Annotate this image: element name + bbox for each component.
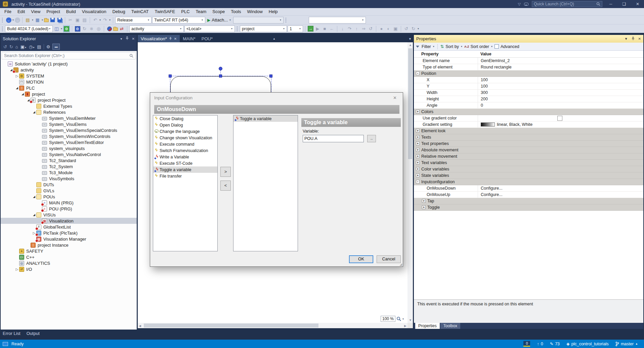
menu-item[interactable]: View (28, 8, 43, 15)
property-value[interactable] (478, 166, 643, 172)
scrollbar-thumb[interactable] (144, 324, 318, 328)
expand-toggle-icon[interactable]: + (416, 173, 420, 177)
scrollbar-thumb[interactable] (408, 48, 412, 159)
tree-item[interactable]: SAFETY (1, 248, 137, 254)
pin-icon[interactable] (125, 36, 129, 41)
menu-item[interactable]: Project (43, 8, 63, 15)
move-right-button[interactable]: > (220, 167, 231, 177)
notifications-badge[interactable]: 0 (523, 341, 530, 347)
menu-item[interactable]: Visualization (79, 8, 110, 15)
login-icon[interactable]: → (307, 26, 314, 32)
target-system-combo[interactable]: <Local>▾ (184, 26, 235, 32)
navigate-back-icon[interactable]: ← (6, 17, 11, 23)
refresh-icon[interactable]: ↻ (81, 26, 88, 32)
repository[interactable]: ◈plc_control_tutorials (566, 341, 609, 346)
maximize-button[interactable]: ❑ (619, 0, 629, 8)
tree-item[interactable]: GVLs (1, 188, 137, 194)
sync-icon[interactable]: ▤ (37, 44, 41, 49)
property-value[interactable] (478, 147, 643, 153)
toolbar-grip[interactable] (2, 17, 3, 23)
tree-expander[interactable] (32, 195, 36, 198)
tree-item[interactable]: GlobalTextList (1, 224, 137, 230)
tree-item[interactable]: Solution 'activity' (1 project) (1, 61, 137, 67)
pending-edits[interactable]: ✎73 (550, 341, 560, 346)
property-value[interactable]: linear, Black, White (478, 121, 643, 128)
action-item[interactable]: Open Dialog (153, 122, 217, 128)
expand-toggle-icon[interactable]: + (416, 167, 420, 171)
property-value[interactable] (478, 109, 643, 115)
navigate-back-dropdown[interactable]: ▾ (12, 18, 14, 21)
property-row[interactable]: - Position (414, 70, 643, 77)
action-item[interactable]: File transfer (153, 173, 217, 179)
vertical-scrollbar[interactable]: ▲ ▼ (407, 42, 413, 323)
property-value[interactable] (478, 134, 643, 140)
action-item[interactable]: Change the language (153, 128, 217, 135)
expand-toggle-icon[interactable]: + (416, 110, 420, 113)
run-to-cursor-icon[interactable]: ⇒ (360, 26, 367, 32)
menu-item[interactable]: Tools (228, 8, 244, 15)
property-row[interactable]: OnMouseUp Configure... (414, 192, 643, 198)
action-item[interactable]: Change shown Visualization (153, 135, 217, 141)
variable-input[interactable] (303, 135, 364, 142)
property-value[interactable]: Round rectangle (478, 64, 643, 70)
back-icon[interactable]: ↺ (3, 44, 7, 49)
tree-item[interactable]: MAIN (PRG) (1, 200, 137, 206)
toolbar-overflow[interactable]: ▾ (418, 27, 419, 30)
sort-by-button[interactable]: Sort by (445, 44, 459, 49)
scope-target-icon[interactable]: ◎ (95, 26, 102, 32)
property-row[interactable]: Height 200 (414, 96, 643, 102)
action-item[interactable]: Execute ST-Code (153, 160, 217, 166)
tree-item[interactable]: activity (1, 67, 137, 73)
action-item[interactable]: Close Dialog (153, 115, 217, 122)
property-row[interactable]: + Texts (414, 134, 643, 141)
tree-expander[interactable] (15, 267, 19, 271)
window-menu-icon[interactable]: ▼ (625, 37, 628, 41)
expand-toggle-icon[interactable]: + (422, 205, 426, 209)
background-tasks-icon[interactable] (3, 342, 8, 346)
property-row[interactable]: Gradient setting linear, Black, White (414, 121, 643, 128)
property-row[interactable]: + State variables (414, 172, 643, 179)
instance-combo[interactable]: activity▾ (129, 26, 184, 32)
menu-item[interactable]: Debug (109, 8, 128, 15)
pin-icon[interactable] (169, 37, 172, 40)
toggle-breakpoint-icon[interactable]: ● (378, 26, 385, 32)
tab-pou[interactable]: POU* (199, 35, 216, 42)
quick-launch[interactable] (532, 1, 602, 7)
minimize-button[interactable]: ─ (606, 0, 616, 8)
tree-item[interactable]: System_VisuElemTextEditor (1, 139, 137, 145)
open-folder-icon[interactable] (113, 28, 118, 31)
build-icon[interactable]: ※ (88, 26, 95, 32)
tree-item[interactable]: system_visuinputs (1, 145, 137, 151)
step-out-icon[interactable]: ↑ (353, 26, 360, 32)
startup-combo-disabled[interactable]: ▾ (233, 17, 284, 23)
scroll-up-icon[interactable]: ▲ (273, 37, 275, 40)
expand-toggle-icon[interactable]: + (416, 129, 420, 133)
menu-item[interactable]: TwinCAT (128, 8, 152, 15)
property-row[interactable]: - Inputconfiguration (414, 179, 643, 185)
property-row[interactable]: + Colors (414, 109, 643, 115)
save-all-icon[interactable] (56, 17, 63, 23)
zoom-dropdown-icon[interactable]: ▾ (402, 317, 404, 320)
free-run-icon[interactable]: ⇄ (119, 26, 125, 32)
rotation-handle[interactable] (219, 67, 222, 70)
property-row[interactable]: + Toggle (414, 204, 643, 211)
tab-properties[interactable]: Properties (415, 323, 440, 329)
property-value[interactable]: 200 (478, 96, 643, 102)
advanced-checkbox[interactable] (495, 44, 499, 49)
tree-item[interactable]: System_VisuElemMeter (1, 115, 137, 121)
switch-views-icon[interactable]: ▣▾ (20, 44, 27, 49)
navigate-forward-icon[interactable]: → (15, 17, 20, 23)
property-value[interactable] (478, 115, 643, 121)
stop-icon[interactable]: ■ (321, 26, 328, 32)
property-value[interactable] (478, 204, 643, 210)
tree-item[interactable]: PlcTask (PlcTask) (1, 230, 137, 236)
home-icon[interactable]: ⌂ (15, 44, 18, 49)
solution-search-input[interactable] (4, 53, 129, 58)
property-row[interactable]: Type of element Round rectangle (414, 64, 643, 70)
tab-list-dropdown-icon[interactable]: ▼ (409, 37, 412, 41)
property-row[interactable]: Element name GenElemInst_2 (414, 58, 643, 64)
git-branch[interactable]: master ▲ (615, 342, 638, 346)
property-value[interactable] (478, 141, 643, 147)
new-project-dropdown[interactable]: ▾ (32, 18, 33, 21)
cut-icon[interactable]: ✂ (67, 17, 74, 23)
